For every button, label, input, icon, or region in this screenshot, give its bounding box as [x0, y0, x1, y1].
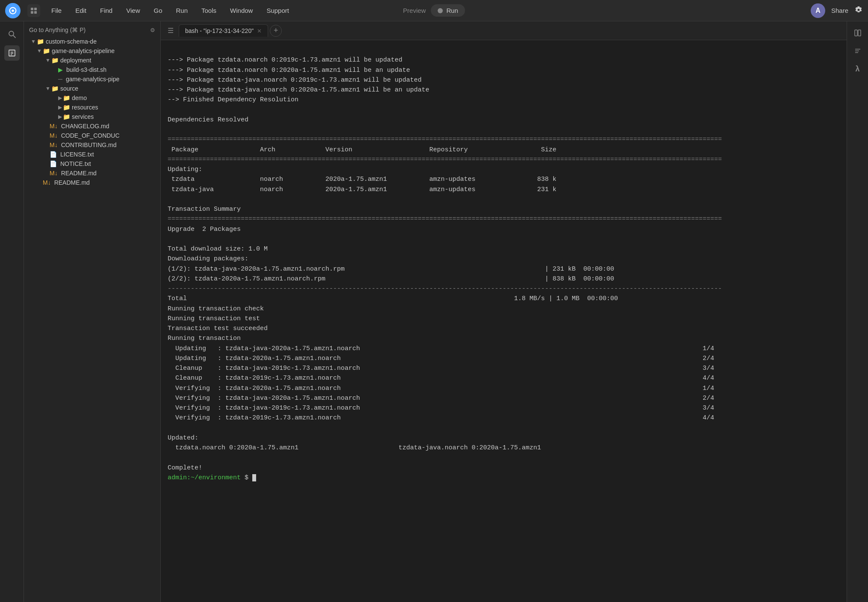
tree-item[interactable]: M↓ README.md	[24, 168, 160, 178]
terminal-line: ---> Package tzdata-java.noarch 0:2020a-…	[168, 86, 429, 94]
terminal-line: ---> Package tzdata.noarch 0:2020a-1.75.…	[168, 67, 410, 74]
files-icon-btn[interactable]	[4, 45, 20, 61]
svg-rect-13	[858, 30, 861, 36]
tree-item[interactable]: ▶ build-s3-dist.sh	[24, 65, 160, 74]
terminal-line: ---> Package tzdata-java.noarch 0:2019c-…	[168, 77, 422, 84]
tree-item[interactable]: ▶ 📁 demo	[24, 93, 160, 103]
menu-find[interactable]: Find	[94, 4, 118, 17]
menu-edit[interactable]: Edit	[69, 4, 92, 17]
menu-file[interactable]: File	[45, 4, 68, 17]
chevron-right-icon: ▶	[58, 95, 62, 101]
svg-rect-5	[34, 11, 37, 14]
tree-item-label: game-analytics-pipeline	[52, 47, 115, 54]
md-icon: M↓	[43, 179, 51, 186]
main-layout: Go to Anything (⌘ P) ⚙ ▼ 📁 custom-schema…	[0, 21, 868, 602]
filetree-header: Go to Anything (⌘ P) ⚙	[24, 25, 160, 37]
terminal-content[interactable]: ---> Package tzdata.noarch 0:2019c-1.73.…	[161, 40, 847, 602]
tree-item-label: NOTICE.txt	[60, 160, 91, 167]
chevron-down-icon: ▼	[45, 57, 50, 63]
terminal-prompt-symbol: $	[241, 474, 252, 481]
run-button-label: Run	[446, 7, 458, 14]
terminal-cursor	[252, 474, 256, 481]
folder-icon: 📁	[43, 47, 50, 54]
tree-item-label: LICENSE.txt	[60, 151, 94, 158]
tree-item[interactable]: ▶ 📁 resources	[24, 103, 160, 112]
tree-item[interactable]: ▼ 📁 game-analytics-pipeline	[24, 46, 160, 56]
folder-icon: 📁	[37, 38, 44, 45]
tree-item[interactable]: 📄 LICENSE.txt	[24, 150, 160, 159]
terminal-tab[interactable]: bash - "ip-172-31-34-220" ✕	[179, 24, 268, 37]
chevron-down-icon: ▼	[31, 38, 36, 44]
file-icon: ─	[58, 76, 62, 83]
outline-icon[interactable]	[850, 44, 865, 58]
app-logo	[5, 3, 21, 18]
tree-item-label: game-analytics-pipe	[66, 76, 119, 83]
folder-icon: 📁	[63, 94, 70, 101]
terminal-prompt: admin:~/environment	[168, 474, 241, 481]
tree-item-label: demo	[72, 94, 87, 101]
folder-icon: 📁	[51, 85, 59, 92]
tree-item[interactable]: ─ game-analytics-pipe	[24, 74, 160, 84]
tree-item[interactable]: ▼ 📁 custom-schema-de	[24, 37, 160, 46]
tree-item[interactable]: M↓ CONTRIBUTING.md	[24, 140, 160, 150]
folder-icon: 📁	[63, 113, 70, 120]
menu-run[interactable]: Run	[170, 4, 194, 17]
tree-item[interactable]: M↓ CODE_OF_CONDUC	[24, 131, 160, 140]
terminal-line: --> Finished Dependency Resolution	[168, 96, 298, 103]
tree-item[interactable]: ▼ 📁 source	[24, 84, 160, 93]
tree-item-label: source	[60, 85, 78, 92]
tree-item-label: CONTRIBUTING.md	[61, 142, 117, 148]
tab-close-button[interactable]: ✕	[257, 28, 262, 34]
tree-item[interactable]: ▶ 📁 services	[24, 112, 160, 121]
svg-rect-8	[9, 50, 15, 56]
menu-go[interactable]: Go	[148, 4, 168, 17]
tree-item-label: deployment	[60, 57, 91, 64]
settings-button[interactable]	[854, 6, 863, 15]
share-button[interactable]: Share	[831, 7, 848, 14]
menu-window[interactable]: Window	[224, 4, 259, 17]
tree-item[interactable]: M↓ README.md	[24, 178, 160, 187]
avatar[interactable]: A	[811, 3, 825, 18]
file-icon: 📄	[50, 160, 57, 167]
filetree-settings-icon[interactable]: ⚙	[150, 27, 155, 33]
new-tab-button[interactable]: +	[270, 25, 282, 37]
tree-item-label: README.md	[61, 170, 97, 177]
run-button[interactable]: Run	[431, 4, 465, 17]
folder-icon: 📁	[51, 57, 59, 64]
menu-tools[interactable]: Tools	[195, 4, 222, 17]
svg-rect-4	[31, 11, 33, 14]
goto-anything[interactable]: Go to Anything (⌘ P)	[29, 27, 86, 33]
tree-item-label: CODE_OF_CONDUC	[61, 132, 120, 139]
tree-item-label: CHANGELOG.md	[61, 123, 109, 130]
menu-view[interactable]: View	[120, 4, 146, 17]
menu-center: Preview Run	[403, 4, 465, 17]
svg-rect-2	[31, 8, 33, 10]
tree-item-label: build-s3-dist.sh	[66, 66, 106, 73]
tree-item[interactable]: 📄 NOTICE.txt	[24, 159, 160, 168]
md-icon: M↓	[50, 170, 58, 177]
tree-item[interactable]: M↓ CHANGELOG.md	[24, 121, 160, 131]
svg-rect-12	[855, 30, 857, 36]
tab-bar: ☰ bash - "ip-172-31-34-220" ✕ +	[161, 21, 847, 40]
menubar: File Edit Find View Go Run Tools Window …	[0, 0, 868, 21]
md-icon: M↓	[50, 142, 58, 148]
search-icon-btn[interactable]	[4, 27, 20, 42]
file-tree: Go to Anything (⌘ P) ⚙ ▼ 📁 custom-schema…	[24, 21, 161, 602]
menu-support[interactable]: Support	[260, 4, 295, 17]
chevron-right-icon: ▶	[58, 114, 62, 120]
sidebar-icon-bar	[0, 21, 24, 602]
file-script-icon: ▶	[58, 66, 63, 73]
tree-item[interactable]: ▼ 📁 deployment	[24, 56, 160, 65]
terminal-line: Dependencies Resolved ==================…	[168, 116, 722, 481]
file-icon: 📄	[50, 151, 57, 158]
tab-label: bash - "ip-172-31-34-220"	[185, 27, 254, 34]
md-icon: M↓	[50, 132, 58, 139]
svg-rect-3	[34, 8, 37, 10]
panel-toggle-icon[interactable]	[850, 26, 865, 40]
lambda-icon[interactable]: λ	[850, 62, 865, 76]
svg-line-7	[13, 35, 15, 38]
tree-item-label: services	[72, 113, 94, 120]
folder-icon: 📁	[63, 104, 70, 111]
tree-item-label: custom-schema-de	[46, 38, 97, 45]
tab-menu-button[interactable]: ☰	[164, 24, 177, 37]
